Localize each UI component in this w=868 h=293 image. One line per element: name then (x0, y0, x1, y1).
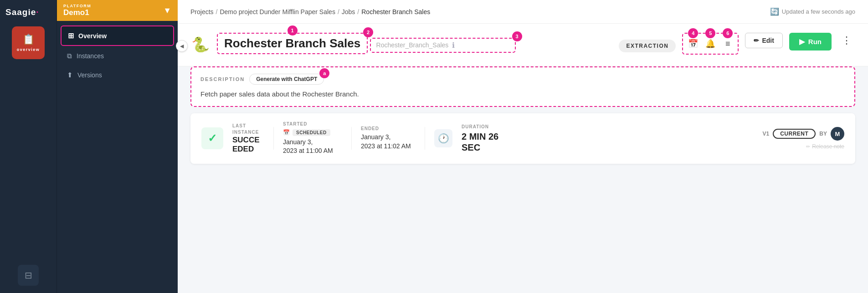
chatgpt-label: Generate with ChatGPT (256, 76, 317, 82)
description-label: DESCRIPTION (200, 76, 245, 82)
edit-release-icon: ✏ (806, 144, 810, 150)
job-title: Rochester Branch Sales (224, 36, 360, 50)
breadcrumb: Projects / Demo project Dunder Mifflin P… (190, 8, 430, 15)
saagie-logo: Saagie· (0, 0, 56, 23)
instance-status-icon: ✓ (201, 127, 223, 149)
platform-label: PLATFORM (63, 4, 91, 8)
annotation-badge-1: 1 (288, 25, 298, 35)
refresh-icon: 🔄 (770, 7, 779, 16)
instance-section: ✓ LASTINSTANCE SUCCEEDED STARTED 📅 SCHED… (190, 113, 855, 164)
platform-name: Demo1 (63, 8, 91, 17)
description-text: Fetch paper sales data about the Rochest… (200, 89, 845, 100)
calendar-icon: 📅 (283, 129, 290, 136)
current-badge: CURRENT (773, 129, 816, 139)
annotation-badge-a: a (319, 68, 329, 78)
job-alias: Rochester_Branch_Sales (376, 41, 449, 49)
update-status: 🔄 Updated a few seconds ago (770, 7, 855, 16)
bottom-nav-icon[interactable]: ⊟ (18, 265, 39, 286)
breadcrumb-sep-2: / (338, 8, 339, 15)
chatgpt-button[interactable]: Generate with ChatGPT (249, 74, 324, 85)
platform-chevron-icon: ▼ (163, 6, 171, 15)
last-instance-field: LASTINSTANCE SUCCEEDED (232, 123, 264, 154)
description-section: DESCRIPTION Generate with ChatGPT a Fetc… (190, 66, 855, 107)
overview-label: Overview (78, 32, 107, 40)
projects-icon-btn[interactable]: 📋 overview (12, 26, 45, 59)
release-note[interactable]: ✏ Release note (806, 143, 844, 150)
ended-date: January 3,2023 at 11:02 AM (361, 133, 416, 151)
run-icon: ▶ (799, 37, 805, 46)
clock-button[interactable]: 🕐 (434, 129, 452, 147)
annotation-badge-3: 3 (512, 31, 522, 41)
annotation-badge-6: 6 (723, 28, 733, 38)
projects-icon: 📋 (22, 34, 35, 45)
release-note-label: Release note (812, 143, 844, 150)
breadcrumb-jobs[interactable]: Jobs (342, 8, 355, 15)
more-options-button[interactable]: ⋮ (838, 33, 855, 48)
ended-field: ENDED January 3,2023 at 11:02 AM (361, 126, 416, 151)
extraction-tag: EXTRACTION (619, 40, 676, 52)
overview-icon: ⊞ (68, 31, 74, 40)
last-instance-value: SUCCEEDED (232, 136, 264, 154)
breadcrumb-current: Rochester Branch Sales (361, 8, 430, 15)
header-bar: Projects / Demo project Dunder Mifflin P… (178, 0, 868, 24)
sidebar-item-overview[interactable]: ⊞ Overview (61, 25, 174, 46)
sidebar-item-versions[interactable]: ⬆ Versions (61, 66, 174, 84)
platform-bar[interactable]: PLATFORM Demo1 ▼ (57, 0, 178, 21)
job-alias-box: Rochester_Branch_Sales ℹ (370, 38, 516, 53)
duration-label: DURATION (462, 124, 507, 129)
edit-label: Edit (762, 37, 774, 44)
job-title-box: Rochester Branch Sales 2 (217, 33, 368, 54)
duration-value: 2 MIN 26SEC (462, 131, 507, 153)
versions-label: Versions (77, 71, 102, 79)
last-instance-label: LASTINSTANCE (232, 123, 264, 136)
duration-field: DURATION 2 MIN 26SEC (462, 124, 507, 153)
started-label: STARTED (283, 121, 342, 126)
icon-button-group: 4 📅 5 🔔 6 ≡ (682, 33, 739, 55)
scheduled-badge: SCHEDULED (293, 129, 330, 136)
annotation-badge-4: 4 (688, 28, 698, 38)
version-label: V1 (762, 131, 769, 137)
avatar: M (831, 127, 844, 141)
started-date: January 3,2023 at 11:00 AM (283, 138, 342, 156)
collapse-sidebar-button[interactable]: ◀ (176, 40, 188, 52)
breadcrumb-project-name[interactable]: Demo project Dunder Mifflin Paper Sales (220, 8, 335, 15)
instances-label: Instances (77, 52, 104, 60)
annotation-badge-5: 5 (705, 28, 715, 38)
annotation-badge-2: 2 (363, 27, 373, 37)
edit-button[interactable]: ✏ Edit (745, 33, 782, 48)
version-section: V1 CURRENT BY M ✏ Release note (762, 127, 844, 150)
breadcrumb-projects[interactable]: Projects (190, 8, 214, 15)
instances-icon: ⧉ (67, 52, 72, 60)
edit-icon: ✏ (754, 37, 759, 44)
version-row: V1 CURRENT BY M (762, 127, 844, 141)
run-button[interactable]: ▶ Run (789, 33, 832, 51)
breadcrumb-sep-3: / (357, 8, 359, 15)
update-text: Updated a few seconds ago (782, 8, 855, 15)
info-icon[interactable]: ℹ (452, 41, 455, 50)
started-field: STARTED 📅 SCHEDULED January 3,2023 at 11… (283, 121, 342, 156)
ended-label: ENDED (361, 126, 416, 131)
run-label: Run (808, 38, 822, 45)
projects-label: overview (17, 47, 40, 52)
sidebar-item-instances[interactable]: ⧉ Instances (61, 47, 174, 65)
breadcrumb-sep-1: / (216, 8, 218, 15)
versions-icon: ⬆ (67, 71, 73, 79)
job-python-icon: 🐍 (190, 35, 211, 55)
by-label: BY (819, 131, 827, 137)
